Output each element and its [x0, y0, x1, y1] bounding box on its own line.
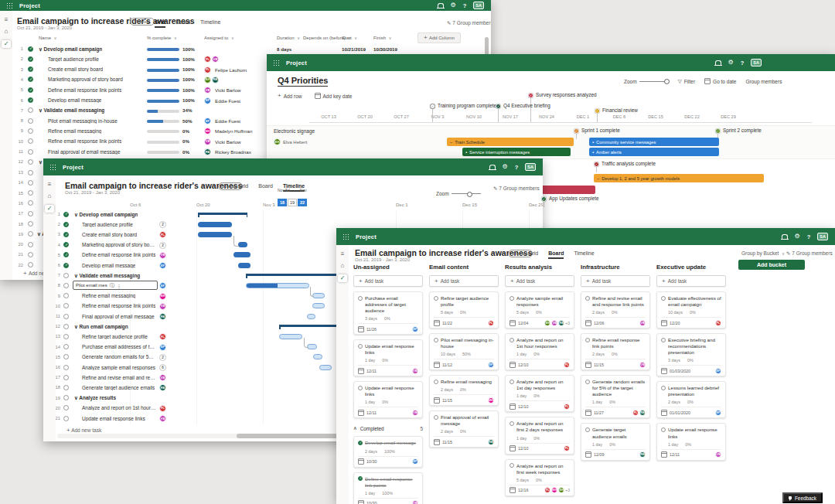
- task-complete-checkbox[interactable]: [28, 231, 33, 237]
- board-card[interactable]: Update email response links1 day0%12/11V…: [353, 339, 423, 376]
- add-bucket-button[interactable]: Add bucket: [738, 260, 805, 270]
- gantt-row[interactable]: 1∨ Develop email campaign: [43, 209, 537, 220]
- zoom-slider-knob[interactable]: [664, 79, 670, 84]
- picker-day[interactable]: 19: [288, 199, 297, 206]
- card-complete-checkbox[interactable]: [358, 344, 363, 349]
- card-complete-checkbox[interactable]: [510, 296, 514, 301]
- task-complete-checkbox[interactable]: [63, 385, 69, 390]
- add-task-button[interactable]: +Add task: [656, 275, 726, 287]
- timeline-bar[interactable]: ▪Community service messages: [589, 138, 719, 146]
- task-complete-checkbox[interactable]: [63, 263, 69, 268]
- help-icon[interactable]: ?: [515, 164, 519, 171]
- waffle-icon[interactable]: [49, 164, 56, 171]
- task-complete-checkbox[interactable]: [28, 87, 33, 93]
- go-to-date-button[interactable]: Go to date: [704, 78, 736, 84]
- board-card[interactable]: Analyze and report on first 2 days respo…: [505, 417, 574, 454]
- settings-icon[interactable]: ⚙: [451, 2, 456, 9]
- add-new-task-button[interactable]: + Add new task: [66, 427, 101, 434]
- gantt-task-bar[interactable]: [238, 242, 247, 247]
- task-complete-checkbox[interactable]: [28, 170, 33, 175]
- gantt-task-bar[interactable]: [312, 303, 325, 308]
- board-card[interactable]: Define email response link points1 day10…: [353, 472, 423, 504]
- task-complete-checkbox[interactable]: [63, 324, 69, 329]
- notifications-icon[interactable]: [438, 3, 444, 8]
- task-complete-checkbox[interactable]: [63, 283, 69, 288]
- key-date-pin[interactable]: ✓: [574, 128, 579, 134]
- group-members-button[interactable]: Group members: [745, 79, 782, 84]
- card-complete-checkbox[interactable]: [358, 296, 363, 301]
- task-complete-checkbox[interactable]: [28, 262, 33, 267]
- notifications-icon[interactable]: [782, 234, 788, 239]
- task-complete-checkbox[interactable]: [28, 138, 33, 144]
- group-by-selector[interactable]: Group by Bucket ∨: [741, 250, 785, 256]
- add-key-date-button[interactable]: Add key date: [315, 93, 353, 99]
- board-card[interactable]: Refine target audience profile5 days0%11…: [429, 291, 499, 329]
- account-avatar[interactable]: SA: [473, 2, 484, 9]
- card-complete-checkbox[interactable]: [434, 338, 438, 342]
- task-complete-checkbox[interactable]: [28, 128, 33, 134]
- board-card[interactable]: Pilot email messaging in-house10 days50%…: [429, 333, 499, 370]
- board-card[interactable]: Update email response links1 day0%12/11V…: [656, 423, 726, 460]
- tab-grid[interactable]: Grid: [238, 183, 248, 192]
- card-complete-checkbox[interactable]: [510, 380, 514, 384]
- task-complete-checkbox[interactable]: [28, 180, 33, 186]
- task-complete-checkbox[interactable]: [28, 242, 33, 247]
- task-complete-checkbox[interactable]: [63, 232, 69, 237]
- waffle-icon[interactable]: [6, 2, 13, 9]
- board-card[interactable]: Refine email response link points2 days0…: [581, 333, 650, 370]
- task-complete-checkbox[interactable]: [63, 334, 69, 339]
- account-avatar[interactable]: SA: [751, 59, 762, 66]
- tab-board[interactable]: Board: [548, 250, 564, 259]
- task-complete-checkbox[interactable]: [28, 211, 33, 216]
- picker-day[interactable]: 22: [298, 199, 307, 206]
- task-complete-checkbox[interactable]: [28, 46, 33, 52]
- tab-board[interactable]: Board: [176, 19, 190, 28]
- task-complete-checkbox[interactable]: [28, 56, 33, 62]
- card-complete-checkbox[interactable]: [358, 476, 363, 481]
- card-complete-checkbox[interactable]: [661, 386, 666, 390]
- task-row[interactable]: 1∨ Develop email campaign100%8 days10/21…: [0, 44, 485, 54]
- tab-grid[interactable]: Grid: [528, 250, 538, 259]
- board-card[interactable]: Analyze and report on 1st hour responses…: [505, 333, 574, 370]
- card-complete-checkbox[interactable]: [510, 338, 514, 342]
- board-card[interactable]: Refine email messaging2 days0%11/15MH: [429, 375, 499, 406]
- board-card[interactable]: Purchase email addresses of target audie…: [353, 291, 423, 335]
- home-icon[interactable]: ⌂: [48, 193, 52, 199]
- tab-board[interactable]: Board: [258, 183, 273, 192]
- key-date-pin[interactable]: ✓: [528, 93, 533, 98]
- task-complete-checkbox[interactable]: [28, 97, 33, 103]
- column-header-duration[interactable]: Duration ∨: [277, 36, 300, 40]
- card-complete-checkbox[interactable]: [434, 415, 438, 420]
- add-column-button[interactable]: + Add Column: [418, 32, 461, 43]
- task-complete-checkbox[interactable]: [63, 252, 69, 257]
- waffle-icon[interactable]: [343, 233, 349, 240]
- task-complete-checkbox[interactable]: [28, 66, 33, 72]
- gantt-task-bar[interactable]: [238, 263, 250, 268]
- gantt-summary-bar[interactable]: [198, 213, 247, 215]
- task-complete-checkbox[interactable]: [63, 314, 69, 319]
- task-complete-checkbox[interactable]: [63, 222, 69, 227]
- task-complete-checkbox[interactable]: [63, 293, 69, 298]
- account-avatar[interactable]: SA: [817, 233, 828, 240]
- board-card[interactable]: Develop email message2 days100%10/30EF: [353, 436, 423, 467]
- date-range-picker[interactable]: Nov 5dNov 181922: [278, 188, 308, 207]
- tasks-check-icon[interactable]: ✓: [338, 274, 348, 282]
- card-complete-checkbox[interactable]: [585, 338, 590, 342]
- tasks-check-icon[interactable]: ✓: [45, 205, 55, 213]
- task-complete-checkbox[interactable]: [28, 252, 33, 257]
- column-header-name[interactable]: Name ∨: [39, 36, 56, 40]
- key-date-pin[interactable]: ✓: [430, 104, 435, 109]
- picker-day[interactable]: 18: [278, 199, 287, 206]
- card-complete-checkbox[interactable]: [585, 427, 590, 432]
- board-card[interactable]: Update email response links1 day0%12/11V…: [353, 381, 423, 418]
- settings-icon[interactable]: ⚙: [795, 233, 800, 240]
- column-header-assigned-to[interactable]: Assigned to ∨: [204, 36, 234, 40]
- gantt-task-bar[interactable]: [233, 252, 250, 257]
- card-complete-checkbox[interactable]: [661, 296, 666, 301]
- card-complete-checkbox[interactable]: [661, 427, 666, 432]
- add-task-button[interactable]: +Add task: [581, 275, 650, 287]
- board-card[interactable]: Lessons learned debrief presentation2 da…: [656, 381, 726, 418]
- board-card[interactable]: Evaluate effectiveness of email campaign…: [656, 291, 726, 329]
- card-complete-checkbox[interactable]: [434, 296, 438, 301]
- tab-timeline[interactable]: Timeline: [200, 19, 220, 28]
